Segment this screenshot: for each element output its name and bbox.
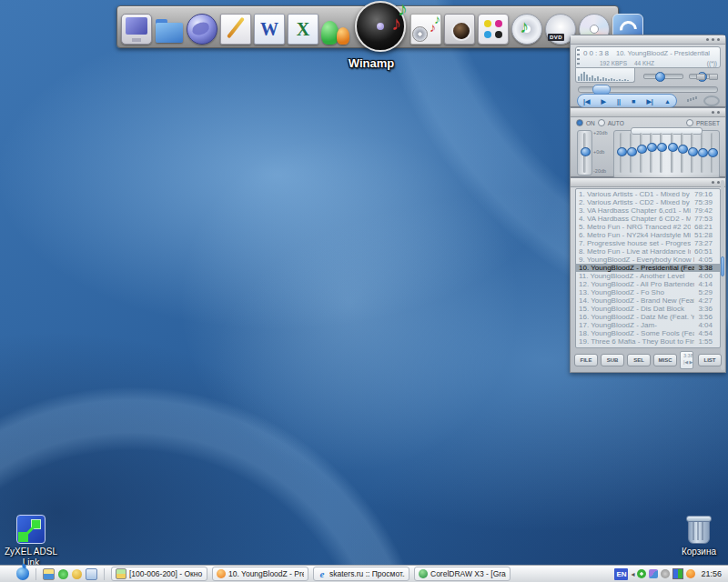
- quicklaunch-image-icon[interactable]: [43, 568, 55, 580]
- eq-band-slider[interactable]: [671, 133, 673, 173]
- messenger-icon[interactable]: [321, 15, 350, 45]
- play-button[interactable]: ▶: [602, 98, 606, 105]
- playlist-track-row[interactable]: 17. YoungBloodZ - Jam- 4:04: [576, 321, 720, 329]
- tray-icq-icon[interactable]: [637, 569, 646, 578]
- playlist-track-row[interactable]: 9. YoungBloodZ - Everybody Know Me 4:05: [576, 256, 720, 264]
- eq-band-knob[interactable]: [668, 143, 678, 152]
- playlist-track-row[interactable]: 6. Metro Fun - NY2k4 Hardstyle Mix 51:28: [576, 231, 720, 239]
- my-computer-icon[interactable]: [121, 14, 152, 45]
- eq-band-slider[interactable]: [650, 133, 652, 173]
- task-winamp[interactable]: 10. YoungBloodZ - Pre...: [212, 567, 308, 581]
- eq-on-checkbox[interactable]: [576, 119, 583, 126]
- playlist-track-row[interactable]: 2. Various Artists - CD2 - Mixed by Mika…: [576, 198, 720, 206]
- eq-band-slider[interactable]: [630, 133, 632, 173]
- photo-viewer-icon[interactable]: [444, 14, 475, 45]
- playlist-file-button[interactable]: FILE: [574, 354, 598, 366]
- quicklaunch-icq-icon[interactable]: [58, 569, 68, 579]
- window-buttons-dots[interactable]: [717, 181, 720, 184]
- eq-band-knob[interactable]: [617, 147, 627, 156]
- folder-icon[interactable]: [155, 15, 184, 45]
- playlist-sel-button[interactable]: SEL: [627, 354, 651, 366]
- playlist-track-row[interactable]: 13. YoungBloodZ - Fo Sho 5:29: [576, 288, 720, 296]
- playlist-track-row[interactable]: 8. Metro Fun - Live at Harddance Invasio…: [576, 247, 720, 256]
- tray-collapse-arrow-icon[interactable]: ◂: [631, 570, 634, 578]
- playlist-list-button[interactable]: LIST: [698, 354, 722, 366]
- eq-preamp-slider[interactable]: [583, 133, 586, 173]
- playlist-misc-button[interactable]: MISC: [653, 354, 677, 366]
- playlist-track-row[interactable]: 1. Various Artists - CD1 - Mixed by Mika…: [576, 190, 720, 198]
- playlist-track-row[interactable]: 11. YoungBloodZ - Another Level 4:00: [576, 272, 720, 280]
- quicklaunch-messenger-icon[interactable]: [72, 569, 82, 579]
- repeat-icon[interactable]: [703, 95, 720, 106]
- playlist-document-icon[interactable]: [410, 14, 441, 45]
- playlist-track-row[interactable]: 16. YoungBloodZ - Datz Me (Feat. Young .…: [576, 313, 720, 321]
- eq-preamp-knob[interactable]: [581, 147, 591, 156]
- window-buttons-dots[interactable]: [717, 38, 720, 41]
- tray-msn-icon[interactable]: [649, 569, 658, 578]
- eq-band-knob[interactable]: [637, 145, 647, 154]
- eq-band-knob[interactable]: [708, 148, 718, 157]
- winamp-dock-icon[interactable]: [355, 1, 406, 52]
- volume-knob[interactable]: [655, 72, 665, 82]
- zyxel-adsl-link-shortcut[interactable]: ZyXEL ADSL Link: [2, 515, 60, 567]
- taskbar-clock[interactable]: 21:56: [701, 569, 722, 578]
- eq-band-slider[interactable]: [701, 133, 703, 173]
- eq-band-slider[interactable]: [640, 133, 642, 173]
- task-image-viewer[interactable]: [100-006-200] - Окно ...: [111, 567, 207, 581]
- internet-browser-icon[interactable]: [187, 14, 217, 45]
- playlist-sub-button[interactable]: SUB: [601, 354, 624, 366]
- previous-button[interactable]: |◀: [583, 98, 590, 105]
- eq-auto-checkbox[interactable]: [598, 119, 605, 126]
- tray-display-icon[interactable]: [672, 568, 683, 579]
- eq-band-slider[interactable]: [620, 133, 622, 173]
- playlist-track-row[interactable]: 19. Three 6 Mafia - They Bout to Find Yo…: [576, 337, 720, 346]
- recycle-bin-shortcut[interactable]: Корзина: [670, 518, 728, 557]
- ms-excel-icon[interactable]: X: [288, 14, 318, 45]
- playlist-track-row[interactable]: 10. YoungBloodZ - Presidential (Feat. Li…: [576, 264, 720, 272]
- paint-icon[interactable]: [478, 14, 509, 45]
- playlist-track-row[interactable]: 4. VA Hardbass Chapter 6 CD2 - Mixed b..…: [576, 215, 720, 223]
- playlist-track-row[interactable]: 7. Progressive house set - Progressive h…: [576, 239, 720, 247]
- task-coreldraw[interactable]: CorelDRAW X3 - [Grap...: [414, 567, 511, 581]
- notepad-icon[interactable]: [220, 14, 251, 45]
- eq-band-knob[interactable]: [627, 147, 637, 156]
- eq-band-knob[interactable]: [688, 147, 698, 156]
- eject-button[interactable]: ▲: [664, 98, 671, 105]
- playlist-scrollbar[interactable]: [721, 180, 724, 370]
- eq-band-knob[interactable]: [657, 143, 667, 152]
- stop-button[interactable]: ■: [632, 98, 635, 105]
- winamp-eq-titlebar[interactable]: [571, 108, 725, 117]
- eq-preset-button[interactable]: [686, 119, 693, 126]
- playlist-track-row[interactable]: 14. YoungBloodZ - Brand New (Feat. Man..…: [576, 296, 720, 305]
- ms-word-icon[interactable]: W: [254, 14, 285, 45]
- tray-volume-icon[interactable]: [661, 569, 670, 578]
- winamp-playlist-titlebar[interactable]: [571, 178, 725, 187]
- eq-band-slider[interactable]: [681, 133, 683, 173]
- language-indicator[interactable]: EN: [614, 568, 628, 580]
- next-button[interactable]: ▶|: [646, 98, 652, 105]
- eq-band-knob[interactable]: [647, 143, 657, 152]
- playlist-track-row[interactable]: 12. YoungBloodZ - All Pro Bartender 4:14: [576, 280, 720, 288]
- pause-button[interactable]: ||: [617, 98, 621, 105]
- start-button-apple-icon[interactable]: [16, 567, 29, 580]
- seek-bar[interactable]: [578, 86, 718, 93]
- eq-band-slider[interactable]: [711, 133, 713, 173]
- shuffle-icon[interactable]: [687, 99, 689, 102]
- winamp-main-titlebar[interactable]: [571, 35, 725, 45]
- task-internet-explorer[interactable]: e skaters.ru :: Просмот...: [313, 567, 410, 581]
- quicklaunch-window-icon[interactable]: [86, 568, 97, 580]
- eq-band-slider[interactable]: [660, 133, 662, 173]
- eq-toggle-button[interactable]: [696, 74, 705, 80]
- eq-band-slider[interactable]: [691, 133, 693, 173]
- playlist-toggle-button[interactable]: [709, 74, 718, 80]
- music-cd-icon[interactable]: [511, 14, 542, 45]
- eq-band-knob[interactable]: [678, 145, 688, 154]
- playlist-track-row[interactable]: 20. Three 6 Mafia - Fuck That Shit 4:01: [576, 346, 720, 348]
- playlist-track-row[interactable]: 15. YoungBloodZ - Dis Dat Block 3:36: [576, 305, 720, 313]
- playlist-track-row[interactable]: 18. YoungBloodZ - Some Fools (Feat. T.i.…: [576, 329, 720, 337]
- volume-slider[interactable]: [643, 74, 683, 79]
- window-buttons-dots[interactable]: [717, 111, 720, 114]
- playlist-track-row[interactable]: 5. Metro Fun - NRG Tranced #2 2006 Mix 6…: [576, 223, 720, 231]
- tray-qip-icon[interactable]: [686, 569, 695, 578]
- playlist-scroll-thumb[interactable]: [721, 256, 724, 276]
